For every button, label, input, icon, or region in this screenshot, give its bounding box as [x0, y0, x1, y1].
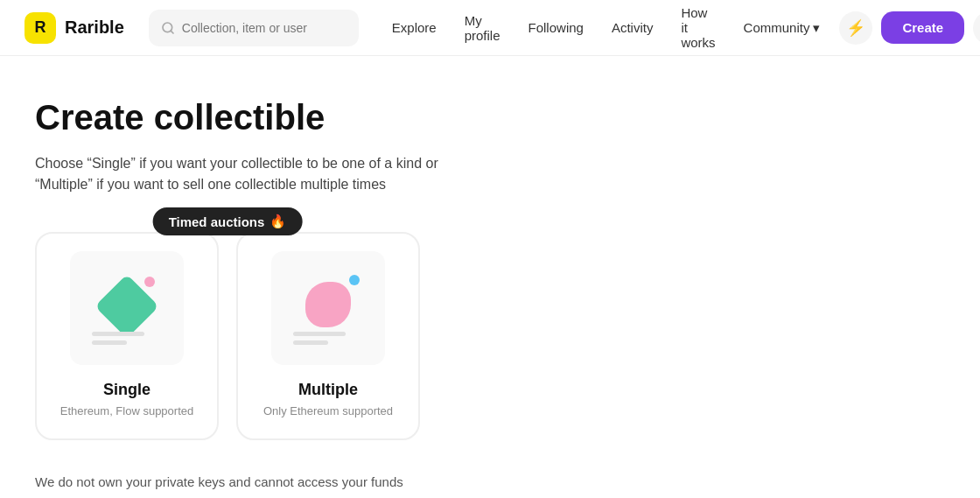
- navbar: R Rarible Explore My profile Following A…: [0, 0, 980, 56]
- apps-button[interactable]: [973, 11, 980, 45]
- single-card-image: [70, 251, 184, 365]
- search-bar[interactable]: [149, 10, 359, 46]
- nav-my-profile[interactable]: My profile: [452, 6, 513, 50]
- nav-how-it-works[interactable]: How it works: [668, 0, 727, 57]
- nav-community[interactable]: Community ▾: [732, 13, 833, 43]
- single-card[interactable]: Single Ethereum, Flow supported: [35, 232, 219, 440]
- nav-actions: ⚡ Create 🌙: [839, 11, 980, 45]
- nav-explore[interactable]: Explore: [380, 13, 449, 42]
- nav-activity[interactable]: Activity: [599, 13, 666, 42]
- multiple-blob-shape: [305, 282, 351, 327]
- page-title: Create collectible: [35, 98, 718, 137]
- search-icon: [161, 21, 175, 35]
- bolt-button[interactable]: ⚡: [839, 11, 872, 45]
- nav-following[interactable]: Following: [516, 13, 596, 42]
- single-dot-decoration: [144, 277, 155, 287]
- logo[interactable]: R Rarible: [24, 12, 124, 44]
- create-button[interactable]: Create: [881, 11, 964, 44]
- page-description: Choose “Single” if you want your collect…: [35, 153, 560, 195]
- search-input[interactable]: [182, 21, 346, 35]
- multiple-card-subtitle: Only Ethereum supported: [263, 404, 393, 417]
- single-card-title: Single: [103, 381, 150, 399]
- cards-section: Timed auctions 🔥 Single Ethere: [35, 223, 420, 440]
- logo-text: Rarible: [65, 18, 124, 38]
- multiple-card-title: Multiple: [298, 381, 358, 399]
- multiple-card[interactable]: Multiple Only Ethereum supported: [236, 232, 420, 440]
- timed-auctions-tooltip: Timed auctions 🔥: [153, 207, 303, 235]
- main-content: Create collectible Choose “Single” if yo…: [0, 56, 752, 498]
- logo-icon: R: [24, 12, 56, 44]
- cards-row: Single Ethereum, Flow supported Multiple: [35, 232, 420, 440]
- multiple-card-image: [271, 251, 385, 365]
- single-lines-decoration: [92, 332, 144, 345]
- footer-note: We do not own your private keys and cann…: [35, 472, 472, 498]
- chevron-down-icon: ▾: [813, 20, 820, 36]
- single-card-subtitle: Ethereum, Flow supported: [60, 404, 193, 417]
- multiple-lines-decoration: [293, 332, 346, 345]
- multiple-dot-decoration: [349, 275, 360, 285]
- svg-line-1: [171, 31, 173, 33]
- nav-links: Explore My profile Following Activity Ho…: [380, 0, 833, 57]
